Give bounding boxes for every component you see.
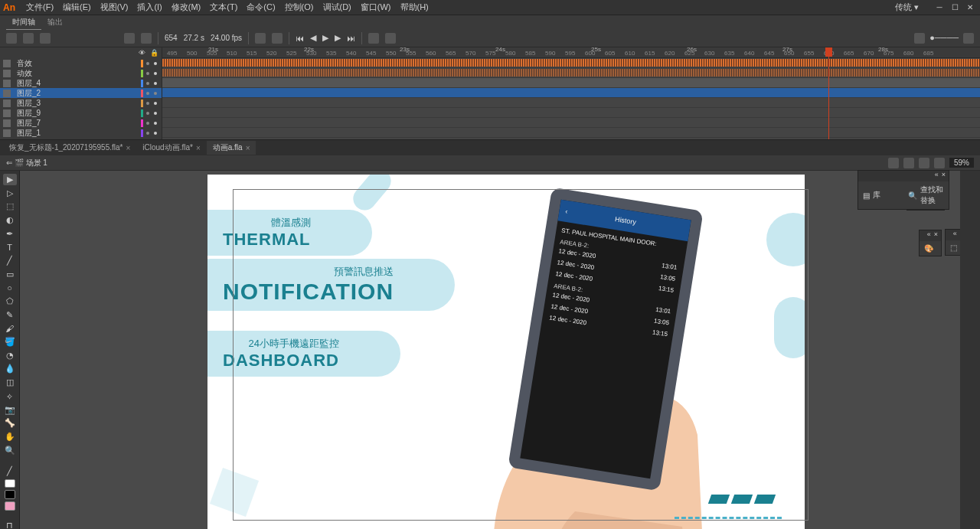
maximize-button[interactable]: ☐	[948, 2, 962, 13]
menu-debug[interactable]: 调试(D)	[318, 0, 356, 15]
library-panel[interactable]: «× ▤库 🔍查找和替换	[858, 170, 949, 210]
collapse-icon[interactable]: «	[953, 230, 957, 240]
swatch-black[interactable]	[5, 490, 15, 499]
visibility-dot[interactable]	[146, 92, 149, 95]
width-tool[interactable]: ⟡	[3, 390, 17, 402]
visibility-icon[interactable]: 👁	[139, 49, 145, 57]
visibility-dot[interactable]	[146, 62, 149, 65]
lock-dot[interactable]	[154, 92, 157, 95]
visibility-dot[interactable]	[146, 102, 149, 105]
clip-icon[interactable]	[888, 158, 899, 168]
stroke-color[interactable]: ╱	[3, 465, 17, 477]
text-tool[interactable]: T	[3, 241, 17, 253]
oval-tool[interactable]: ○	[3, 282, 17, 294]
eyedropper-tool[interactable]: 💧	[3, 364, 17, 375]
lock-dot[interactable]	[154, 122, 157, 125]
playhead[interactable]	[828, 47, 829, 139]
tl-menu-icon[interactable]	[963, 33, 974, 44]
symbol-icon[interactable]	[903, 158, 914, 168]
trash-icon[interactable]	[40, 33, 51, 44]
visibility-dot[interactable]	[146, 132, 149, 135]
menu-modify[interactable]: 修改(M)	[167, 0, 206, 15]
close-tab-icon[interactable]: ×	[246, 144, 250, 152]
doc-tab-3[interactable]: 动画a.fla×	[207, 141, 256, 155]
menu-edit[interactable]: 编辑(E)	[58, 0, 96, 15]
layer-row[interactable]: 图层_2	[0, 88, 162, 98]
menu-commands[interactable]: 命令(C)	[242, 0, 279, 15]
layer-row[interactable]: 图层_4	[0, 78, 162, 88]
camera-tool[interactable]: 📷	[3, 404, 17, 416]
menu-help[interactable]: 帮助(H)	[396, 0, 433, 15]
close-tab-icon[interactable]: ×	[126, 144, 130, 152]
tab-output[interactable]: 输出	[41, 15, 69, 29]
pencil-tool[interactable]: ✎	[3, 309, 17, 321]
keyframe-icon[interactable]	[124, 33, 135, 44]
add-layer-icon[interactable]	[6, 33, 17, 44]
stage[interactable]: 體溫感測THERMAL預警訊息推送NOTIFICATION24小時手機遠距監控D…	[20, 171, 960, 529]
ink-bottle-tool[interactable]: ◔	[3, 350, 17, 361]
zoom-value[interactable]: 59%	[949, 158, 974, 168]
lock-dot[interactable]	[154, 82, 157, 85]
next-frame-icon[interactable]: ▶	[335, 33, 341, 43]
menu-insert[interactable]: 插入(I)	[132, 0, 166, 15]
lock-dot[interactable]	[154, 72, 157, 75]
export-icon[interactable]	[272, 33, 283, 44]
lock-dot[interactable]	[154, 102, 157, 105]
zoom-slider[interactable]: ●────	[929, 33, 959, 44]
minimize-button[interactable]: ─	[933, 2, 946, 13]
close-button[interactable]: ✕	[963, 2, 977, 13]
collapse-icon[interactable]: «	[927, 230, 931, 241]
close-tab-icon[interactable]: ×	[196, 144, 201, 152]
fill-color-white[interactable]	[5, 479, 15, 488]
subselection-tool[interactable]: ▷	[3, 188, 17, 199]
swatches-panel[interactable]: «× 🎨	[919, 230, 942, 256]
doc-tab-2[interactable]: iCloud动画.fla*×	[136, 141, 206, 155]
visibility-dot[interactable]	[146, 72, 149, 75]
lock-dot[interactable]	[154, 132, 157, 135]
onion-icon[interactable]	[141, 33, 152, 44]
lasso-tool[interactable]: ◐	[3, 214, 17, 226]
layer-row[interactable]: 图层_9	[0, 108, 162, 118]
menu-control[interactable]: 控制(O)	[280, 0, 318, 15]
layer-row[interactable]: 图层_1	[0, 128, 162, 138]
lock-dot[interactable]	[154, 62, 157, 65]
swatch-pink[interactable]	[5, 501, 15, 511]
menu-view[interactable]: 视图(V)	[96, 0, 133, 15]
loop-icon[interactable]	[255, 33, 266, 44]
pen-tool[interactable]: ✒	[3, 228, 17, 240]
brush-tool[interactable]: 🖌	[3, 323, 17, 335]
tab-timeline[interactable]: 时间轴	[6, 15, 41, 30]
hand-tool[interactable]: ✋	[3, 431, 17, 442]
marker-icon[interactable]	[368, 33, 379, 44]
layer-row[interactable]: 图层_7	[0, 118, 162, 128]
visibility-dot[interactable]	[146, 112, 149, 115]
menu-text[interactable]: 文本(T)	[205, 0, 242, 15]
folder-icon[interactable]	[23, 33, 34, 44]
collapse-icon[interactable]: «	[935, 171, 939, 181]
menu-window[interactable]: 窗口(W)	[356, 0, 396, 15]
visibility-dot[interactable]	[146, 122, 149, 125]
menu-file[interactable]: 文件(F)	[21, 0, 58, 15]
workspace-selector[interactable]: 传统 ▾	[890, 0, 923, 15]
first-frame-icon[interactable]: ⏮	[296, 34, 304, 43]
eraser-tool[interactable]: ◫	[3, 377, 17, 388]
scene-name[interactable]: 场景 1	[26, 158, 47, 167]
doc-tab-1[interactable]: 恢复_无标题-1_20207195955.fla*×	[3, 141, 136, 155]
marker2-icon[interactable]	[385, 33, 396, 44]
prev-frame-icon[interactable]: ◀	[310, 33, 316, 43]
last-frame-icon[interactable]: ⏭	[347, 34, 355, 43]
snap-icon[interactable]: ⊓	[3, 521, 17, 529]
frames-area[interactable]: 4955005055105155205255305355405455505555…	[162, 47, 980, 139]
paint-bucket-tool[interactable]: 🪣	[3, 336, 17, 348]
tl-opt1-icon[interactable]	[914, 33, 925, 44]
layer-row[interactable]: 动效	[0, 68, 162, 78]
play-icon[interactable]: ▶	[322, 33, 328, 43]
selection-tool[interactable]: ▶	[3, 174, 17, 185]
rectangle-tool[interactable]: ▭	[3, 269, 17, 280]
center-icon[interactable]	[919, 158, 929, 168]
free-transform-tool[interactable]: ⬚	[3, 201, 17, 212]
fit-icon[interactable]	[934, 158, 945, 168]
transform-panel[interactable]: «× ⬚	[945, 229, 960, 256]
close-panel-icon[interactable]: ×	[934, 230, 938, 241]
polystar-tool[interactable]: ⬠	[3, 296, 17, 307]
